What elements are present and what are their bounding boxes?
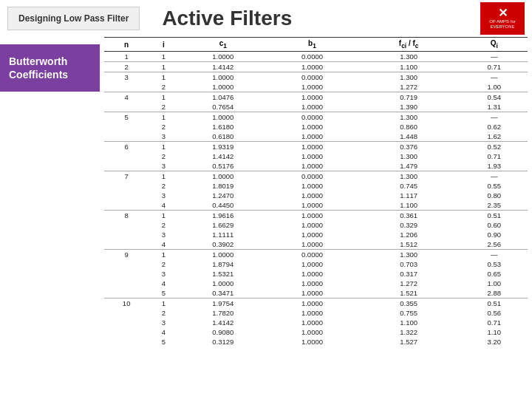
- table-row: 40.44501.00001.1002.35: [104, 200, 528, 211]
- cell-q: 0.90: [461, 230, 528, 239]
- cell-fc: 0.703: [357, 259, 461, 269]
- cell-b1: 1.0000: [267, 132, 357, 142]
- cell-b1: 1.0000: [267, 211, 357, 221]
- cell-b1: 1.0000: [267, 259, 357, 269]
- cell-b1: 1.0000: [267, 102, 357, 112]
- cell-n: [104, 191, 149, 200]
- cell-i: 1: [149, 52, 178, 62]
- cell-q: 2.35: [461, 200, 528, 211]
- cell-fc: 0.860: [357, 122, 461, 132]
- table-row: 41.00001.00001.2721.00: [104, 279, 528, 288]
- cell-fc: 1.300: [357, 151, 461, 161]
- cell-i: 2: [149, 102, 178, 112]
- cell-fc: 0.361: [357, 211, 461, 221]
- cell-i: 1: [149, 142, 178, 152]
- cell-fc: 0.755: [357, 308, 461, 318]
- table-row: 20.76541.00001.3901.31: [104, 102, 528, 112]
- cell-b1: 1.0000: [267, 122, 357, 132]
- cell-b1: 0.0000: [267, 72, 357, 83]
- cell-n: [104, 288, 149, 299]
- cell-n: [104, 151, 149, 161]
- table-row: 911.00000.00001.300—: [104, 250, 528, 260]
- cell-i: 4: [149, 279, 178, 288]
- table-row: 40.90801.00001.3221.10: [104, 327, 528, 337]
- cell-i: 2: [149, 259, 178, 269]
- table-row: 21.80191.00000.7450.55: [104, 181, 528, 191]
- cell-c1: 1.7820: [179, 308, 268, 318]
- cell-b1: 0.0000: [267, 52, 357, 62]
- cell-c1: 1.0000: [179, 52, 268, 62]
- cell-n: 1: [104, 52, 149, 62]
- cell-n: 9: [104, 250, 149, 260]
- cell-i: 1: [149, 211, 178, 221]
- table-row: 21.00001.00001.2721.00: [104, 82, 528, 92]
- cell-q: —: [461, 52, 528, 62]
- cell-fc: 1.322: [357, 327, 461, 337]
- col-header-n: n: [104, 38, 149, 52]
- cell-n: [104, 239, 149, 250]
- cell-c1: 0.6180: [179, 132, 268, 142]
- cell-q: 0.52: [461, 142, 528, 152]
- cell-b1: 0.0000: [267, 112, 357, 123]
- cell-q: 0.71: [461, 151, 528, 161]
- cell-fc: 1.479: [357, 161, 461, 171]
- cell-b1: 1.0000: [267, 308, 357, 318]
- cell-n: [104, 327, 149, 337]
- cell-n: [104, 200, 149, 211]
- table-row: 50.34711.00001.5212.88: [104, 288, 528, 299]
- cell-c1: 0.7654: [179, 102, 268, 112]
- cell-c1: 0.5176: [179, 161, 268, 171]
- cell-b1: 1.0000: [267, 299, 357, 309]
- cell-q: 0.51: [461, 299, 528, 309]
- cell-i: 2: [149, 308, 178, 318]
- cell-i: 3: [149, 269, 178, 279]
- table-row: 21.41421.00001.3000.71: [104, 151, 528, 161]
- cell-b1: 1.0000: [267, 161, 357, 171]
- cell-fc: 1.448: [357, 132, 461, 142]
- cell-i: 3: [149, 318, 178, 327]
- cell-fc: 1.300: [357, 72, 461, 83]
- cell-q: 1.62: [461, 132, 528, 142]
- cell-q: 0.65: [461, 269, 528, 279]
- cell-n: [104, 161, 149, 171]
- table-row: 311.00000.00001.300—: [104, 72, 528, 83]
- cell-b1: 1.0000: [267, 82, 357, 92]
- cell-n: [104, 220, 149, 230]
- cell-fc: 0.355: [357, 299, 461, 309]
- cell-fc: 1.512: [357, 239, 461, 250]
- cell-b1: 1.0000: [267, 220, 357, 230]
- cell-i: 4: [149, 327, 178, 337]
- table-row: 21.87941.00000.7030.53: [104, 259, 528, 269]
- cell-c1: 1.0000: [179, 171, 268, 182]
- cell-i: 5: [149, 337, 178, 347]
- cell-c1: 1.4142: [179, 318, 268, 327]
- cell-fc: 1.300: [357, 112, 461, 123]
- cell-n: [104, 230, 149, 239]
- cell-q: 0.51: [461, 211, 528, 221]
- cell-fc: 1.521: [357, 288, 461, 299]
- cell-c1: 1.1111: [179, 230, 268, 239]
- cell-fc: 0.329: [357, 220, 461, 230]
- cell-c1: 1.9754: [179, 299, 268, 309]
- cell-c1: 1.0000: [179, 82, 268, 92]
- cell-i: 1: [149, 112, 178, 123]
- cell-i: 4: [149, 200, 178, 211]
- cell-n: [104, 269, 149, 279]
- cell-c1: 1.8794: [179, 259, 268, 269]
- cell-b1: 0.0000: [267, 171, 357, 182]
- table-row: 21.78201.00000.7550.56: [104, 308, 528, 318]
- header-title: Designing Low Pass Filter: [7, 7, 140, 30]
- cell-i: 3: [149, 191, 178, 200]
- cell-fc: 1.100: [357, 200, 461, 211]
- cell-q: —: [461, 112, 528, 123]
- table-row: 1011.97541.00000.3550.51: [104, 299, 528, 309]
- cell-n: 7: [104, 171, 149, 182]
- sidebar-butterworth-label: ButterworthCoefficients: [0, 44, 100, 92]
- cell-q: 0.56: [461, 308, 528, 318]
- cell-n: [104, 181, 149, 191]
- cell-q: —: [461, 72, 528, 83]
- table-row: 211.41421.00001.1000.71: [104, 62, 528, 72]
- cell-q: 0.60: [461, 220, 528, 230]
- col-header-c1: c1: [179, 38, 268, 52]
- table-row: 40.39021.00001.5122.56: [104, 239, 528, 250]
